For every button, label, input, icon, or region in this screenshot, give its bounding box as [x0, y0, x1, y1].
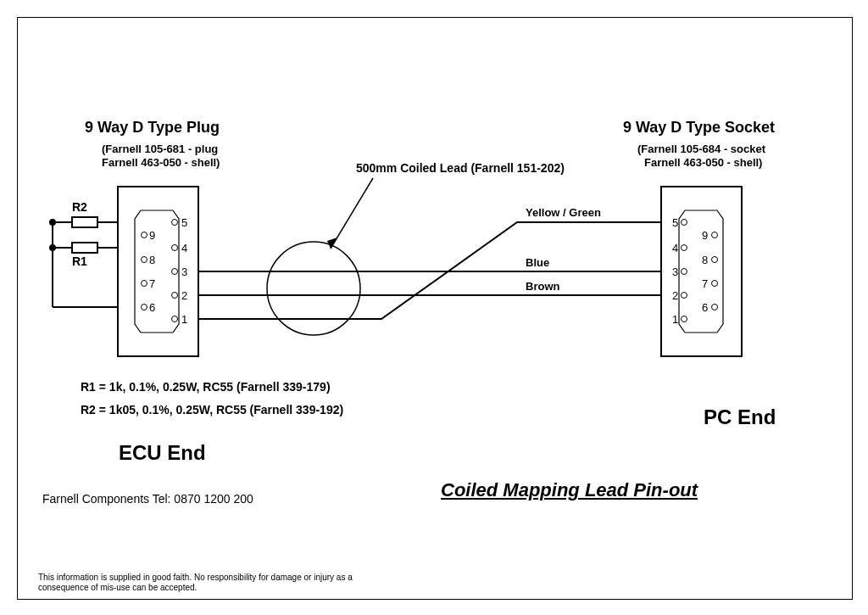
left-pin-5: 5 — [181, 216, 187, 229]
svg-point-16 — [712, 232, 718, 238]
ecu-end-label: ECU End — [119, 441, 206, 465]
svg-point-12 — [682, 245, 687, 251]
left-pin-3: 3 — [181, 266, 187, 278]
svg-point-5 — [172, 316, 178, 322]
svg-point-2 — [172, 245, 178, 251]
left-connector-sub1: (Farnell 105-681 - plug — [102, 143, 218, 155]
right-pin-8: 8 — [702, 254, 708, 266]
svg-point-29 — [50, 245, 55, 250]
wires — [198, 222, 661, 319]
wire-blue: Blue — [526, 256, 549, 269]
right-pin-6: 6 — [702, 301, 708, 314]
svg-point-14 — [682, 293, 687, 299]
disclaimer-line-1: This information is supplied in good fai… — [38, 573, 353, 582]
right-connector-sub2: Farnell 463-050 - shell) — [644, 156, 762, 169]
right-pin-1: 1 — [672, 313, 678, 326]
right-pin-7: 7 — [702, 277, 708, 290]
coil-label: 500mm Coiled Lead (Farnell 151-202) — [356, 161, 565, 175]
supplier-contact: Farnell Components Tel: 0870 1200 200 — [42, 492, 253, 506]
right-pin-9: 9 — [702, 229, 708, 242]
right-pin-4: 4 — [672, 242, 678, 254]
svg-rect-21 — [72, 217, 97, 227]
svg-point-9 — [142, 305, 147, 310]
svg-point-8 — [142, 281, 147, 287]
wire-yg: Yellow / Green — [526, 206, 601, 219]
svg-rect-24 — [72, 243, 97, 253]
right-connector-sub1: (Farnell 105-684 - socket — [637, 143, 765, 155]
r1-spec: R1 = 1k, 0.1%, 0.25W, RC55 (Farnell 339-… — [81, 380, 331, 394]
svg-point-7 — [142, 257, 147, 263]
wire-brown: Brown — [526, 280, 559, 293]
disclaimer-line-2: consequence of mis-use can be accepted. — [38, 583, 197, 592]
svg-point-18 — [712, 281, 718, 287]
svg-point-13 — [682, 269, 687, 275]
left-connector-title: 9 Way D Type Plug — [85, 119, 220, 137]
right-connector-title: 9 Way D Type Socket — [623, 119, 775, 137]
r2-spec: R2 = 1k05, 0.1%, 0.25W, RC55 (Farnell 33… — [81, 403, 343, 417]
svg-point-30 — [267, 242, 360, 335]
left-pin-2: 2 — [181, 289, 187, 302]
left-pin-6: 6 — [149, 301, 155, 314]
left-pin-8: 8 — [149, 254, 155, 266]
right-pin-5: 5 — [672, 216, 678, 229]
r1-label: R1 — [72, 254, 87, 268]
coil-callout — [267, 178, 373, 335]
svg-point-3 — [172, 269, 178, 275]
svg-point-6 — [142, 232, 147, 238]
svg-point-4 — [172, 293, 178, 299]
svg-point-17 — [712, 257, 718, 263]
svg-point-19 — [712, 305, 718, 310]
r2-label: R2 — [72, 200, 87, 214]
left-connector-sub2: Farnell 463-050 - shell) — [102, 156, 220, 169]
right-pin-2: 2 — [672, 289, 678, 302]
schematic-svg — [0, 0, 868, 615]
right-pin-3: 3 — [672, 266, 678, 278]
left-pin-1: 1 — [181, 313, 187, 326]
svg-point-1 — [172, 220, 178, 226]
svg-point-15 — [682, 316, 687, 322]
left-pin-4: 4 — [181, 242, 187, 254]
document-title: Coiled Mapping Lead Pin-out — [441, 479, 698, 501]
left-pin-9: 9 — [149, 229, 155, 242]
svg-point-28 — [50, 220, 55, 225]
pc-end-label: PC End — [704, 405, 776, 429]
svg-point-11 — [682, 220, 687, 226]
left-pin-7: 7 — [149, 277, 155, 290]
